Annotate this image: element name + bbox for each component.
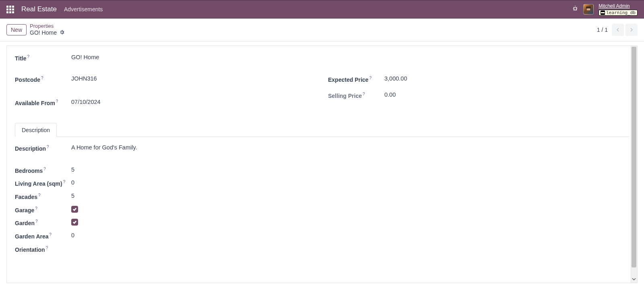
field-expected-price: Expected Price? 3,000.00 bbox=[328, 75, 629, 83]
user-avatar[interactable] bbox=[583, 4, 594, 15]
scrollbar-down-icon[interactable] bbox=[631, 276, 637, 283]
new-button[interactable]: New bbox=[6, 24, 27, 35]
help-icon[interactable]: ? bbox=[41, 76, 43, 80]
field-selling-price: Selling Price? 0.00 bbox=[328, 91, 629, 99]
field-orientation: Orientation? bbox=[15, 245, 629, 253]
expected-price-value[interactable]: 3,000.00 bbox=[384, 75, 407, 82]
garden-checkbox[interactable] bbox=[71, 219, 78, 226]
garage-checkbox[interactable] bbox=[71, 206, 78, 213]
svg-point-0 bbox=[574, 7, 577, 10]
garden-area-value[interactable]: 0 bbox=[71, 232, 74, 238]
form-sheet: Title? GO! Home Postcode? JOHN316 Availa… bbox=[6, 46, 638, 283]
pager-text[interactable]: 1 / 1 bbox=[597, 27, 608, 33]
field-postcode: Postcode? JOHN316 bbox=[15, 75, 316, 83]
help-icon[interactable]: ? bbox=[63, 180, 66, 184]
bedrooms-value[interactable]: 5 bbox=[71, 166, 74, 173]
breadcrumb-parent[interactable]: Properties bbox=[30, 23, 65, 29]
tabs: Description bbox=[15, 122, 629, 137]
description-value[interactable]: A Home for God's Family. bbox=[71, 144, 137, 151]
available-from-value[interactable]: 07/10/2024 bbox=[71, 99, 101, 105]
pager-prev-button[interactable] bbox=[612, 24, 624, 36]
app-name[interactable]: Real Estate bbox=[21, 5, 57, 13]
svg-point-4 bbox=[588, 8, 588, 9]
nav-advertisements[interactable]: Advertisements bbox=[64, 6, 103, 12]
breadcrumb-current: GO! Home bbox=[30, 29, 65, 37]
help-icon[interactable]: ? bbox=[35, 219, 38, 224]
field-description: Description? A Home for God's Family. bbox=[15, 144, 629, 152]
help-icon[interactable]: ? bbox=[35, 206, 37, 211]
help-icon[interactable]: ? bbox=[46, 246, 48, 250]
gear-icon[interactable] bbox=[59, 29, 65, 37]
field-garage: Garage? bbox=[15, 206, 629, 213]
field-garden-area: Garden Area? 0 bbox=[15, 232, 629, 240]
tab-description[interactable]: Description bbox=[15, 123, 57, 137]
field-title: Title? GO! Home bbox=[15, 54, 629, 62]
svg-rect-3 bbox=[587, 8, 590, 10]
help-icon[interactable]: ? bbox=[56, 99, 58, 104]
control-panel: New Properties GO! Home 1 / 1 bbox=[0, 19, 644, 41]
help-icon[interactable]: ? bbox=[27, 54, 30, 59]
title-value[interactable]: GO! Home bbox=[71, 54, 99, 60]
svg-point-5 bbox=[589, 8, 590, 9]
user-name-link[interactable]: Mitchell Admin bbox=[599, 3, 630, 9]
help-icon[interactable]: ? bbox=[47, 145, 49, 149]
help-icon[interactable]: ? bbox=[363, 92, 365, 96]
living-area-value[interactable]: 0 bbox=[71, 179, 74, 186]
help-icon[interactable]: ? bbox=[369, 76, 372, 80]
postcode-value[interactable]: JOHN316 bbox=[71, 75, 97, 82]
field-available-from: Available From? 07/10/2024 bbox=[15, 99, 316, 106]
breadcrumb: Properties GO! Home bbox=[30, 23, 65, 36]
field-living-area: Living Area (sqm)? 0 bbox=[15, 179, 629, 187]
apps-launcher-icon[interactable] bbox=[6, 6, 14, 13]
facades-value[interactable]: 5 bbox=[71, 193, 74, 199]
help-icon[interactable]: ? bbox=[43, 167, 46, 171]
field-garden: Garden? bbox=[15, 219, 629, 226]
scrollbar[interactable] bbox=[631, 46, 637, 283]
field-bedrooms: Bedrooms? 5 bbox=[15, 166, 629, 174]
pager-next-button[interactable] bbox=[625, 24, 638, 36]
scrollbar-thumb[interactable] bbox=[632, 47, 636, 267]
top-navbar: Real Estate Advertisements Mitchell Admi… bbox=[0, 0, 644, 19]
database-badge[interactable]: learning_db bbox=[599, 10, 638, 16]
selling-price-value: 0.00 bbox=[384, 91, 396, 98]
help-icon[interactable]: ? bbox=[50, 232, 52, 237]
field-facades: Facades? 5 bbox=[15, 193, 629, 200]
help-icon[interactable]: ? bbox=[38, 193, 41, 197]
debug-icon[interactable] bbox=[572, 5, 578, 13]
